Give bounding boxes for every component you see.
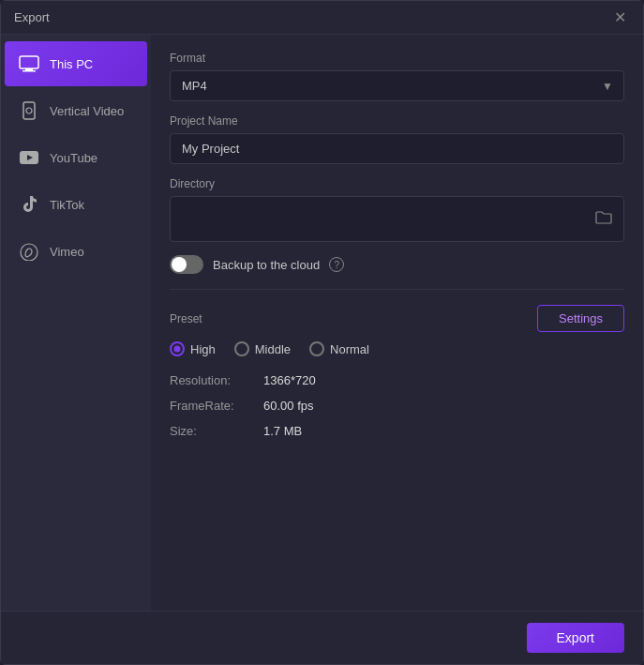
folder-browse-button[interactable] — [593, 210, 614, 229]
project-name-label: Project Name — [170, 114, 624, 128]
sidebar-label-tiktok: TikTok — [50, 198, 84, 212]
main-area: This PC Vertical Video — [1, 35, 643, 611]
computer-icon — [18, 53, 40, 75]
specs-section: Resolution: 1366*720 FrameRate: 60.00 fp… — [170, 373, 624, 438]
preset-normal-radio[interactable]: Normal — [309, 341, 369, 356]
toggle-knob — [172, 257, 187, 272]
middle-radio-circle — [234, 341, 249, 356]
resolution-value: 1366*720 — [263, 373, 316, 387]
close-button[interactable]: ✕ — [610, 8, 630, 27]
settings-button[interactable]: Settings — [537, 305, 624, 332]
content-area: Format MP4 MOV AVI MKV GIF ▼ Project Nam… — [151, 35, 643, 611]
preset-label: Preset — [170, 312, 202, 325]
sidebar-label-this-pc: This PC — [50, 57, 93, 71]
backup-label: Backup to the cloud — [213, 258, 320, 272]
preset-header: Preset Settings — [170, 305, 624, 332]
high-radio-circle — [170, 341, 185, 356]
sidebar-item-vertical-video[interactable]: Vertical Video — [5, 88, 147, 133]
spec-row-resolution: Resolution: 1366*720 — [170, 373, 624, 387]
help-icon[interactable]: ? — [329, 257, 344, 272]
format-select[interactable]: MP4 MOV AVI MKV GIF — [170, 70, 624, 101]
svg-rect-3 — [23, 102, 35, 119]
export-button[interactable]: Export — [527, 623, 624, 653]
footer: Export — [1, 611, 643, 664]
backup-row: Backup to the cloud ? — [170, 255, 624, 274]
sidebar: This PC Vertical Video — [1, 35, 151, 611]
backup-toggle[interactable] — [170, 255, 203, 274]
sidebar-item-this-pc[interactable]: This PC — [5, 41, 147, 86]
preset-radio-group: High Middle Normal — [170, 341, 624, 356]
svg-rect-2 — [22, 70, 36, 72]
format-label: Format — [170, 52, 624, 65]
sidebar-label-vertical-video: Vertical Video — [50, 104, 124, 118]
vimeo-icon — [18, 240, 40, 263]
window-title: Export — [14, 10, 50, 24]
directory-field-group: Directory — [170, 177, 624, 242]
high-label: High — [190, 342, 216, 356]
project-name-input[interactable] — [170, 133, 624, 164]
export-window: Export ✕ This PC — [0, 0, 644, 665]
sidebar-label-vimeo: Vimeo — [50, 245, 84, 259]
spec-row-framerate: FrameRate: 60.00 fps — [170, 399, 624, 413]
youtube-icon — [18, 146, 40, 169]
divider — [170, 289, 624, 290]
vertical-video-icon — [18, 99, 40, 122]
sidebar-label-youtube: YouTube — [50, 151, 97, 165]
normal-radio-circle — [309, 341, 324, 356]
directory-input[interactable] — [182, 204, 593, 234]
size-key: Size: — [170, 424, 263, 438]
svg-rect-0 — [20, 56, 38, 68]
size-value: 1.7 MB — [263, 424, 302, 438]
format-field-group: Format MP4 MOV AVI MKV GIF ▼ — [170, 52, 624, 101]
resolution-key: Resolution: — [170, 373, 263, 387]
framerate-value: 60.00 fps — [263, 399, 314, 413]
sidebar-item-youtube[interactable]: YouTube — [5, 135, 147, 180]
preset-middle-radio[interactable]: Middle — [234, 341, 291, 356]
directory-wrapper — [170, 196, 624, 242]
sidebar-item-vimeo[interactable]: Vimeo — [5, 229, 147, 274]
directory-label: Directory — [170, 177, 624, 190]
tiktok-icon — [18, 193, 40, 216]
sidebar-item-tiktok[interactable]: TikTok — [5, 182, 147, 227]
preset-high-radio[interactable]: High — [170, 341, 216, 356]
preset-section: Preset Settings High Middle — [170, 305, 624, 356]
format-select-wrapper: MP4 MOV AVI MKV GIF ▼ — [170, 70, 624, 101]
project-name-field-group: Project Name — [170, 114, 624, 164]
svg-point-4 — [26, 108, 32, 113]
normal-label: Normal — [330, 342, 369, 356]
middle-label: Middle — [255, 342, 291, 356]
spec-row-size: Size: 1.7 MB — [170, 424, 624, 438]
svg-rect-1 — [25, 68, 33, 70]
framerate-key: FrameRate: — [170, 399, 263, 413]
titlebar: Export ✕ — [1, 1, 643, 35]
